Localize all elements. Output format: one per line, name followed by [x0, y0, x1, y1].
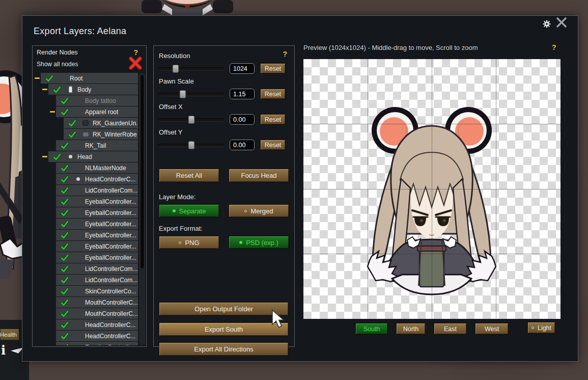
resolution-slider[interactable] [159, 67, 224, 70]
export-all-directions-button[interactable]: Export All Directions [159, 342, 289, 356]
tree-row[interactable]: LidControllerCom... [35, 263, 138, 274]
checkmark-icon[interactable] [52, 85, 62, 94]
node-body-icon [69, 86, 72, 93]
show-all-nodes-toggle-red-x-icon[interactable] [129, 57, 142, 70]
open-output-folder-button[interactable]: Open Output Folder [159, 302, 289, 316]
checkmark-icon[interactable] [60, 320, 69, 330]
tree-row[interactable]: EyeballController... [35, 196, 138, 207]
checkmark-icon[interactable] [60, 141, 69, 150]
checkmark-icon[interactable] [60, 231, 69, 240]
layer-mode-separate-button[interactable]: Separate [159, 204, 219, 218]
preview-canvas[interactable] [303, 59, 561, 319]
direction-east-button[interactable]: East [434, 323, 467, 335]
checkmark-icon[interactable] [60, 264, 69, 274]
tree-row[interactable]: EyeballController... [35, 230, 138, 240]
offset-y-value-field[interactable]: 0.00 [230, 140, 255, 150]
offset-y-slider[interactable] [159, 144, 224, 147]
tree-row[interactable]: MouthControllerC... [35, 308, 138, 319]
tree-row-label: Root [70, 75, 82, 82]
checkmark-icon[interactable] [52, 152, 62, 161]
tree-scrollbar-thumb[interactable] [139, 75, 145, 268]
checkmark-icon[interactable] [60, 253, 69, 262]
checkmark-icon[interactable] [45, 74, 54, 83]
tree-row[interactable]: RK_WinterRobe [35, 129, 138, 140]
tree-row[interactable]: Head [35, 151, 138, 162]
tree-row[interactable]: Root [35, 73, 138, 84]
slider-handle[interactable] [188, 116, 195, 124]
checkmark-icon[interactable] [68, 119, 77, 128]
checkmark-icon[interactable] [60, 175, 69, 184]
tree-row-label: RK_WinterRobe [93, 131, 137, 138]
reset-button[interactable]: Reset [260, 140, 286, 150]
checkmark-icon[interactable] [60, 220, 69, 229]
offset-x-slider[interactable] [159, 118, 224, 121]
checkmark-icon[interactable] [60, 164, 69, 173]
export-south-button[interactable]: Export South [159, 322, 289, 336]
tree-row[interactable]: LidControllerCom... [35, 275, 138, 285]
gear-icon[interactable] [543, 20, 551, 28]
collapse-expander-icon[interactable] [35, 77, 40, 79]
checkmark-icon[interactable] [60, 186, 69, 195]
export-format-png-button[interactable]: PNG [159, 236, 219, 249]
tree-row[interactable]: HeadControllerC... [35, 319, 138, 330]
collapse-expander-icon[interactable] [42, 89, 47, 90]
tree-row[interactable]: EmotionControlle... [35, 342, 138, 345]
reset-button[interactable]: Reset [260, 114, 286, 125]
tree-row[interactable]: LidControllerCom... [35, 185, 138, 196]
slider-handle[interactable] [188, 141, 195, 149]
close-icon[interactable] [556, 17, 567, 28]
checkmark-icon[interactable] [60, 276, 69, 285]
direction-north-button[interactable]: North [396, 323, 426, 335]
tree-scrollbar[interactable] [139, 73, 145, 345]
export-format-psd-exp--button[interactable]: PSD (exp.) [229, 236, 289, 249]
checkmark-icon[interactable] [60, 242, 69, 251]
tree-row[interactable]: RK_GaurdenUn... [35, 118, 138, 128]
tree-row[interactable]: NLMasterNode [35, 162, 138, 173]
tree-row-label: EyeballController... [85, 221, 136, 228]
checkmark-icon[interactable] [60, 298, 69, 307]
tree-row[interactable]: EyeballController... [35, 207, 138, 218]
direction-west-button[interactable]: West [475, 323, 509, 335]
reset-button[interactable]: Reset [260, 89, 286, 99]
tree-row[interactable]: SkinControllerCo... [35, 286, 138, 296]
checkmark-icon[interactable] [60, 197, 69, 206]
checkmark-icon[interactable] [60, 332, 69, 341]
help-icon[interactable]: ? [552, 43, 556, 51]
checkmark-icon[interactable] [68, 130, 77, 139]
reset-button[interactable]: Reset [260, 63, 286, 74]
collapse-expander-icon[interactable] [50, 111, 55, 113]
light-toggle-button[interactable]: Light [527, 322, 555, 334]
tree-row[interactable]: Body [35, 84, 138, 95]
direction-south-button[interactable]: South [355, 323, 388, 335]
pawn-scale-value-field[interactable]: 1.15 [230, 89, 255, 99]
tree-row[interactable]: RK_Tail [35, 140, 138, 151]
tree-row[interactable]: Body tattoo [35, 95, 138, 106]
tree-row[interactable]: HeadControllerC... [35, 331, 138, 341]
checkmark-icon[interactable] [60, 343, 69, 346]
resolution-value-field[interactable]: 1024 [230, 63, 255, 74]
slider-handle[interactable] [180, 90, 186, 98]
checkmark-icon[interactable] [60, 309, 69, 318]
checkmark-icon[interactable] [60, 96, 69, 105]
pawn-scale-slider[interactable] [159, 93, 224, 96]
tree-row[interactable]: EyeballController... [35, 252, 138, 263]
tree-row-label: LidControllerCom... [85, 187, 137, 194]
tree-row[interactable]: Apparel root [35, 106, 138, 117]
help-icon[interactable]: ? [133, 48, 138, 57]
tree-row[interactable]: EyeballController... [35, 241, 138, 252]
checkmark-icon[interactable] [60, 208, 69, 218]
info-icon[interactable]: i [1, 344, 6, 357]
offset-x-value-field[interactable]: 0.00 [230, 114, 255, 125]
focus-head-button[interactable]: Focus Head [229, 169, 289, 182]
health-tab[interactable]: Health [0, 329, 19, 340]
layer-mode-merged-button[interactable]: Merged [229, 204, 289, 218]
tree-row[interactable]: EyeballController... [35, 219, 138, 229]
reset-all-button[interactable]: Reset All [159, 169, 219, 182]
tree-row[interactable]: MouthControllerC... [35, 297, 138, 308]
collapse-expander-icon[interactable] [42, 156, 47, 157]
slider-handle[interactable] [173, 65, 179, 73]
tree-row[interactable]: HeadControllerC... [35, 174, 138, 184]
checkmark-icon[interactable] [60, 107, 69, 117]
radio-indicator [179, 241, 181, 244]
checkmark-icon[interactable] [60, 287, 69, 296]
